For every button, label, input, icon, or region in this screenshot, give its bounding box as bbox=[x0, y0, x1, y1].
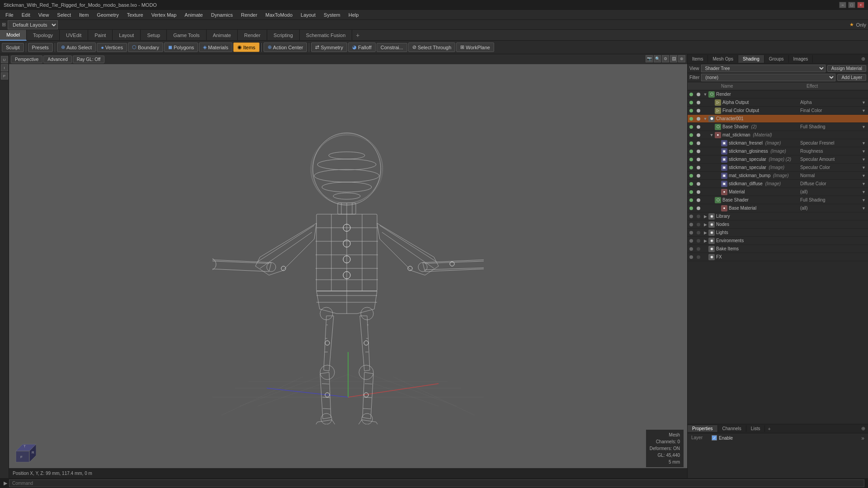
tree-render-vis-toggle[interactable] bbox=[695, 180, 702, 188]
tree-render-vis-toggle[interactable] bbox=[695, 212, 702, 221]
advanced-button[interactable]: Advanced bbox=[43, 56, 71, 63]
action-center-button[interactable]: ⊕ Action Center bbox=[264, 42, 307, 52]
tree-render-vis-toggle[interactable] bbox=[695, 139, 702, 147]
tree-expand-toggle[interactable]: ▼ bbox=[702, 117, 708, 121]
panel-tab-mesh-ops[interactable]: Mesh Ops bbox=[708, 55, 738, 63]
tree-vis-toggle[interactable] bbox=[688, 107, 695, 115]
tree-vis-toggle[interactable] bbox=[688, 139, 695, 147]
tree-row[interactable]: ▶◉Nodes bbox=[688, 221, 868, 229]
tree-effect-arrow[interactable]: ▼ bbox=[862, 125, 868, 129]
maximize-button[interactable]: □ bbox=[848, 2, 855, 8]
tree-vis-toggle[interactable] bbox=[688, 237, 695, 245]
menu-item-layout[interactable]: Layout bbox=[297, 11, 319, 19]
tree-expand-toggle[interactable]: ▼ bbox=[702, 92, 708, 97]
panel-tab-groups[interactable]: Groups bbox=[764, 55, 789, 63]
tree-render-vis-toggle[interactable] bbox=[695, 115, 702, 123]
tree-vis-toggle[interactable] bbox=[688, 123, 695, 131]
vp-icon-fullscreen[interactable]: ⊕ bbox=[678, 55, 685, 62]
tree-render-vis-toggle[interactable] bbox=[695, 99, 702, 107]
tree-expand-toggle[interactable]: ▶ bbox=[702, 239, 708, 243]
tree-render-vis-toggle[interactable] bbox=[695, 131, 702, 139]
select-through-button[interactable]: ⊘ Select Through bbox=[408, 42, 455, 52]
menu-item-animate[interactable]: Animate bbox=[181, 11, 206, 19]
tree-row[interactable]: ⬡Base Shader (2)Full Shading▼ bbox=[688, 123, 868, 131]
tree-vis-toggle[interactable] bbox=[688, 245, 695, 253]
tree-render-vis-toggle[interactable] bbox=[695, 172, 702, 180]
tree-row[interactable]: ●Base Material(all)▼ bbox=[688, 204, 868, 212]
tree-row[interactable]: ▣stickman_specular (Image) (2)Specular A… bbox=[688, 155, 868, 164]
workplane-button[interactable]: ⊞ WorkPlane bbox=[456, 42, 494, 52]
tree-effect-arrow[interactable]: ▼ bbox=[862, 141, 868, 145]
tree-row[interactable]: ▣mat_stickman_bump (Image)Normal▼ bbox=[688, 172, 868, 180]
sidebar-icon-3[interactable]: P bbox=[1, 72, 8, 80]
bottom-tab-channels[interactable]: Channels bbox=[718, 425, 746, 432]
tree-render-vis-toggle[interactable] bbox=[695, 237, 702, 245]
tree-render-vis-toggle[interactable] bbox=[695, 253, 702, 261]
filter-selector[interactable]: (none) bbox=[701, 74, 835, 81]
viewport[interactable]: Perspective Advanced Ray GL: Off 📷 🔍 ⚙ 🖼… bbox=[9, 54, 687, 478]
vp-icon-camera[interactable]: 📷 bbox=[646, 55, 653, 62]
tree-vis-toggle[interactable] bbox=[688, 155, 695, 164]
close-button[interactable]: × bbox=[857, 2, 864, 8]
expand-button[interactable]: » bbox=[861, 435, 864, 441]
menu-item-select[interactable]: Select bbox=[53, 11, 75, 19]
tree-vis-toggle[interactable] bbox=[688, 147, 695, 155]
menu-item-help[interactable]: Help bbox=[345, 11, 363, 19]
tree-effect-arrow[interactable]: ▼ bbox=[862, 157, 868, 162]
tab-render[interactable]: Render bbox=[238, 30, 267, 41]
tab-schematic-fusion[interactable]: Schematic Fusion bbox=[300, 30, 352, 41]
tab-layout[interactable]: Layout bbox=[113, 30, 141, 41]
vp-icon-settings[interactable]: ⚙ bbox=[662, 55, 669, 62]
tree-row[interactable]: ▷Alpha OutputAlpha▼ bbox=[688, 99, 868, 107]
tree-vis-toggle[interactable] bbox=[688, 90, 695, 99]
falloff-button[interactable]: ◕ Falloff bbox=[348, 42, 376, 52]
tree-render-vis-toggle[interactable] bbox=[695, 196, 702, 204]
tree-row[interactable]: ▣stickman_glosiness (Image)Roughness▼ bbox=[688, 147, 868, 155]
bottom-tab-lists[interactable]: Lists bbox=[746, 425, 765, 432]
tree-render-vis-toggle[interactable] bbox=[695, 123, 702, 131]
tab-topology[interactable]: Topology bbox=[27, 30, 60, 41]
tree-expand-toggle[interactable]: ▼ bbox=[708, 133, 715, 137]
tree-vis-toggle[interactable] bbox=[688, 131, 695, 139]
auto-select-button[interactable]: ⊕ Auto Select bbox=[57, 42, 96, 52]
tree-vis-toggle[interactable] bbox=[688, 229, 695, 237]
tree-render-vis-toggle[interactable] bbox=[695, 90, 702, 99]
tree-render-vis-toggle[interactable] bbox=[695, 204, 702, 212]
tree-row[interactable]: ▷Final Color OutputFinal Color▼ bbox=[688, 107, 868, 115]
tree-row[interactable]: ▶◉Environments bbox=[688, 237, 868, 245]
presets-button[interactable]: Presets bbox=[28, 43, 53, 52]
menu-item-item[interactable]: Item bbox=[75, 11, 92, 19]
tree-effect-arrow[interactable]: ▼ bbox=[862, 190, 868, 194]
menu-item-geometry[interactable]: Geometry bbox=[93, 11, 122, 19]
tree-vis-toggle[interactable] bbox=[688, 188, 695, 196]
tree-row[interactable]: ▼⬡Render bbox=[688, 90, 868, 99]
tree-effect-arrow[interactable]: ▼ bbox=[862, 108, 868, 113]
tree-effect-arrow[interactable]: ▼ bbox=[862, 174, 868, 178]
menu-item-edit[interactable]: Edit bbox=[18, 11, 34, 19]
tree-row[interactable]: ▶◉Lights bbox=[688, 229, 868, 237]
menu-item-render[interactable]: Render bbox=[237, 11, 261, 19]
panel-tab-items[interactable]: Items bbox=[688, 55, 708, 63]
bottom-panel-expand[interactable]: ⊕ bbox=[859, 425, 868, 432]
items-button[interactable]: ◉ Items bbox=[233, 42, 259, 52]
tree-expand-toggle[interactable]: ▶ bbox=[702, 222, 708, 227]
tree-row[interactable]: ●Material(all)▼ bbox=[688, 188, 868, 196]
tree-render-vis-toggle[interactable] bbox=[695, 229, 702, 237]
tree-effect-arrow[interactable]: ▼ bbox=[862, 165, 868, 170]
materials-button[interactable]: ◈ Materials bbox=[199, 42, 232, 52]
tab-model[interactable]: Model bbox=[0, 30, 27, 41]
assign-material-button[interactable]: Assign Material bbox=[827, 65, 866, 72]
tree-row[interactable]: ▶◉Library bbox=[688, 212, 868, 221]
tree-effect-arrow[interactable]: ▼ bbox=[862, 182, 868, 186]
tree-expand-toggle[interactable]: ▶ bbox=[702, 230, 708, 235]
tree-vis-toggle[interactable] bbox=[688, 172, 695, 180]
tree-row[interactable]: ⬡Base ShaderFull Shading▼ bbox=[688, 196, 868, 204]
tree-vis-toggle[interactable] bbox=[688, 164, 695, 172]
tree-effect-arrow[interactable]: ▼ bbox=[862, 149, 868, 154]
tree-render-vis-toggle[interactable] bbox=[695, 245, 702, 253]
constrain-button[interactable]: Constrai... bbox=[377, 43, 407, 52]
layout-selector[interactable]: Default Layouts bbox=[8, 20, 58, 29]
sidebar-icon-2[interactable]: I bbox=[1, 64, 8, 71]
tree-row[interactable]: ◉FX bbox=[688, 253, 868, 261]
sidebar-icon-1[interactable]: U bbox=[1, 56, 8, 63]
